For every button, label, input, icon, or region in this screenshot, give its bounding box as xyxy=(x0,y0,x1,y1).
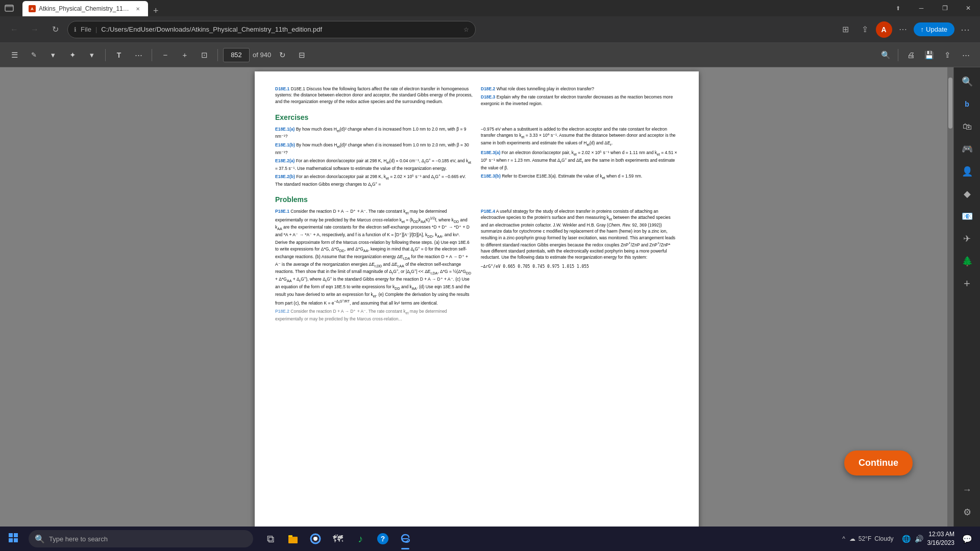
collection-button[interactable]: ⊞ xyxy=(837,21,854,38)
svg-rect-1 xyxy=(5,5,13,7)
pdf-print-button[interactable]: 🖨 xyxy=(902,47,919,63)
file-explorer-button[interactable] xyxy=(282,527,304,551)
page-number-input[interactable]: 852 xyxy=(223,48,250,62)
problems-right-col: P18E.4 A useful strategy for the study o… xyxy=(481,208,678,324)
sidebar-copilot-button[interactable]: ◆ xyxy=(957,184,977,204)
new-tab-button[interactable]: + xyxy=(148,6,164,16)
dropdown2-icon: ▾ xyxy=(90,51,94,60)
sidebar-outlook-button[interactable]: 📧 xyxy=(957,206,977,227)
sidebar-tree-button[interactable]: 🌲 xyxy=(957,251,977,271)
chrome-button[interactable] xyxy=(304,527,327,551)
sidebar-add-button[interactable]: + xyxy=(957,273,977,294)
refresh-button[interactable]: ↻ xyxy=(47,21,63,38)
task-view-button[interactable]: ⧉ xyxy=(259,527,282,551)
sidebar-arrow-button[interactable]: → xyxy=(957,480,977,500)
maps-button[interactable]: 🗺 xyxy=(327,527,349,551)
spotify-button[interactable]: ♪ xyxy=(349,527,372,551)
taskbar-app-icons: ⧉ 🗺 ♪ ? xyxy=(259,527,416,551)
continue-button[interactable]: Continue xyxy=(844,450,913,475)
sidebar-search-button[interactable]: 🔍 xyxy=(957,71,977,92)
title-bar-left: A Atkins_Physical_Chemistry_11th... ✕ + xyxy=(0,0,886,16)
search-bar[interactable]: 🔍 Type here to search xyxy=(29,530,253,547)
fit-icon: ⊡ xyxy=(201,51,208,60)
pdf-erase-dropdown[interactable]: ▾ xyxy=(84,47,100,63)
edge-button[interactable] xyxy=(394,527,416,551)
rotate-icon: ↻ xyxy=(279,51,286,60)
pdf-zoom-out-button[interactable]: − xyxy=(157,47,174,63)
exercises-section: E18E.1(a) By how much does Hel(d)² chang… xyxy=(275,126,678,191)
pdf-text-button[interactable]: T xyxy=(111,47,127,63)
start-button[interactable] xyxy=(0,527,27,551)
pdf-scroll-thumb[interactable] xyxy=(948,78,952,129)
file-explorer-icon xyxy=(287,533,299,544)
pdf-left-scroll[interactable] xyxy=(947,67,953,527)
arrow-right-icon: → xyxy=(963,485,972,495)
sys-network[interactable]: 🌐 xyxy=(902,535,911,543)
restore-up-button[interactable]: ⬆ xyxy=(886,0,910,16)
dropdown-arrow-icon: ▾ xyxy=(51,51,55,60)
star-button[interactable]: ☆ xyxy=(463,26,469,33)
pdf-fit-button[interactable]: ⊡ xyxy=(196,47,212,63)
pdf-list-button[interactable]: ☰ xyxy=(6,47,22,63)
toolbar-divider-4 xyxy=(898,49,898,61)
toolbar-right: ⊞ ⇪ A ⋯ ↑ Update ⋯ xyxy=(837,21,974,38)
pdf-rotate-button[interactable]: ↻ xyxy=(274,47,290,63)
help-icon: ? xyxy=(377,533,388,544)
d18e3-text: D18E.3 Explain why the rate constant for… xyxy=(481,94,678,107)
discussion-left: D18E.1 D18E.1 Discuss how the following … xyxy=(275,86,473,109)
pdf-more-tools-button[interactable]: ⋯ xyxy=(130,47,146,63)
e18e3b: E18E.3(b) Refer to Exercise E18E.3(a). E… xyxy=(481,173,678,181)
share-button[interactable]: ⇪ xyxy=(856,21,874,38)
back-button[interactable]: ← xyxy=(6,21,22,38)
pdf-erase-button[interactable]: ✦ xyxy=(64,47,81,63)
network-icon: 🌐 xyxy=(902,535,911,543)
problems-section: P18E.1 Consider the reaction D + A → D⁺ … xyxy=(275,208,678,324)
tab-favicon: A xyxy=(29,5,36,12)
sidebar-shopping-button[interactable]: 🛍 xyxy=(957,116,977,137)
weather-widget[interactable]: ☁ 52°F Cloudy xyxy=(849,535,894,542)
pdf-highlight-button[interactable]: ✎ xyxy=(26,47,42,63)
sidebar-settings-button[interactable]: ⚙ xyxy=(957,502,977,522)
pdf-content[interactable]: D18E.1 D18E.1 Discuss how the following … xyxy=(0,67,953,527)
pdf-search-button[interactable]: 🔍 xyxy=(877,47,894,63)
close-button[interactable]: ✕ xyxy=(957,0,980,16)
pdf-share-button[interactable]: ⇪ xyxy=(939,47,955,63)
notification-button[interactable]: 💬 xyxy=(959,530,976,547)
pdf-save-button[interactable]: 💾 xyxy=(921,47,937,63)
address-input[interactable]: ℹ File | C:/Users/EndUser/Downloads/Atki… xyxy=(67,21,476,38)
sidebar-person-button[interactable]: 👤 xyxy=(957,161,977,182)
pdf-more2-button[interactable]: ⋯ xyxy=(958,47,974,63)
maximize-button[interactable]: ❐ xyxy=(933,0,957,16)
games-icon: 🎮 xyxy=(962,143,973,155)
browser-more-button[interactable]: ⋯ xyxy=(957,21,974,38)
tab-close-button[interactable]: ✕ xyxy=(134,5,142,13)
minimize-button[interactable]: ─ xyxy=(910,0,933,16)
eraser-icon: ✦ xyxy=(69,51,76,60)
sys-sound[interactable]: 🔊 xyxy=(915,535,923,543)
sidebar-telegram-button[interactable]: ✈ xyxy=(957,229,977,249)
update-button[interactable]: ↑ Update xyxy=(914,22,954,36)
sidebar-games-button[interactable]: 🎮 xyxy=(957,139,977,159)
toolbar-divider-2 xyxy=(152,49,152,61)
forward-button[interactable]: → xyxy=(27,21,43,38)
list-icon: ☰ xyxy=(11,51,18,60)
profile-button[interactable]: A xyxy=(876,21,892,38)
pdf-zoom-in-button[interactable]: + xyxy=(177,47,193,63)
chevron-up-icon[interactable]: ^ xyxy=(842,535,845,542)
table-header: −ΔrG°/eV 0.665 0.705 0.745 0.975 1.015 1… xyxy=(481,264,678,270)
toolbar-divider-3 xyxy=(217,49,218,61)
telegram-icon: ✈ xyxy=(963,233,971,244)
sound-icon: 🔊 xyxy=(915,535,923,543)
exercises-title: Exercises xyxy=(275,113,678,123)
pdf-draw-dropdown[interactable]: ▾ xyxy=(45,47,61,63)
more-options-button[interactable]: ⋯ xyxy=(894,21,912,38)
pdf-split-button[interactable]: ⊟ xyxy=(293,47,310,63)
page-bottom-fade xyxy=(255,500,699,527)
help-button[interactable]: ? xyxy=(372,527,394,551)
d18e1-text: D18E.1 D18E.1 Discuss how the following … xyxy=(275,86,473,105)
bing-icon: b xyxy=(965,100,969,108)
clock[interactable]: 12:03 AM 3/16/2023 xyxy=(927,530,954,547)
sidebar-bing-button[interactable]: b xyxy=(957,94,977,114)
split-icon: ⊟ xyxy=(299,51,305,60)
active-tab[interactable]: A Atkins_Physical_Chemistry_11th... ✕ xyxy=(22,1,148,16)
